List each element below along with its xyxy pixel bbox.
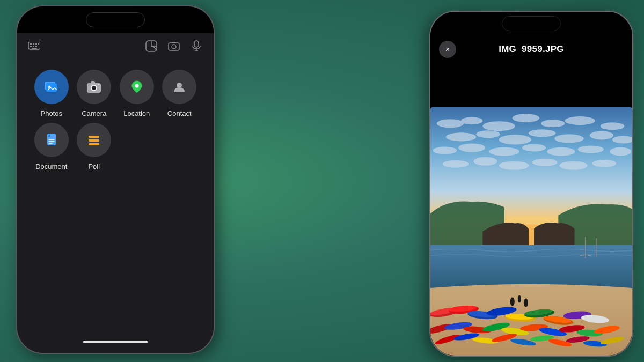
document-label: Document [35,162,67,171]
left-phone: Photos Camera [16,5,215,354]
svg-point-46 [590,131,613,139]
notch-area-right [430,12,632,35]
attach-photos[interactable]: Photos [30,70,73,117]
photos-label: Photos [41,109,62,117]
close-icon: × [445,45,450,54]
svg-point-34 [437,119,464,128]
svg-point-48 [433,146,457,154]
svg-point-44 [529,129,555,137]
image-header-bar: × IMG_9959.JPG [430,35,632,63]
svg-rect-10 [169,43,179,50]
svg-point-37 [513,114,539,122]
power-button-right [632,87,633,127]
svg-point-54 [610,147,631,156]
keyboard-icon[interactable] [26,38,43,55]
svg-rect-17 [46,83,57,92]
svg-rect-7 [35,46,37,47]
sticker-icon[interactable] [143,38,160,55]
attach-location[interactable]: Location [115,70,158,117]
svg-point-50 [489,147,519,156]
svg-rect-5 [30,46,32,47]
svg-rect-4 [38,43,39,45]
svg-point-40 [601,122,624,130]
svg-rect-23 [98,84,99,85]
svg-point-53 [578,145,604,153]
attach-camera[interactable]: Camera [73,70,116,117]
mute-button-right [429,71,430,92]
home-indicator-left [83,341,148,343]
contact-label: Contact [167,109,192,117]
attach-poll[interactable]: Poll [73,123,116,171]
svg-rect-31 [89,139,99,142]
svg-point-42 [476,130,500,138]
location-label: Location [123,109,150,117]
svg-point-99 [510,297,515,306]
svg-rect-6 [33,46,34,47]
attachment-menu: Photos Camera [17,59,214,335]
attach-contact[interactable]: Contact [158,70,201,117]
beach-photo [430,107,632,356]
svg-rect-1 [30,43,32,45]
svg-rect-63 [430,245,632,291]
svg-point-11 [172,45,176,49]
svg-point-25 [177,83,182,88]
svg-rect-8 [32,48,37,49]
svg-rect-12 [172,42,176,43]
svg-point-59 [559,161,587,169]
svg-point-39 [565,116,595,125]
phones-container: Photos Camera [0,0,644,362]
volume-up-button [16,91,17,121]
close-button[interactable]: × [439,41,456,58]
power-button-left [214,82,215,119]
svg-point-101 [524,298,528,307]
image-title: IMG_9959.JPG [456,44,606,55]
svg-rect-22 [91,81,95,84]
dynamic-island-left [86,12,145,27]
svg-point-35 [461,117,482,124]
svg-point-100 [518,295,521,302]
svg-point-55 [443,160,469,167]
mute-button [16,65,17,86]
message-toolbar [17,33,214,59]
home-bar-left [17,335,214,353]
svg-point-24 [135,84,138,88]
svg-rect-2 [33,43,34,45]
svg-point-38 [541,120,565,127]
svg-point-21 [92,86,96,90]
image-view [430,63,632,356]
svg-rect-3 [35,43,37,45]
volume-down-button [16,126,17,156]
svg-point-60 [592,159,616,167]
svg-point-49 [458,143,485,152]
notch-area-left [17,6,214,33]
right-phone: × IMG_9959.JPG [429,11,633,357]
dynamic-island-right [502,16,561,31]
svg-point-51 [522,144,546,151]
svg-point-52 [547,147,575,156]
svg-point-58 [532,158,557,166]
svg-rect-13 [194,41,199,47]
svg-point-57 [499,161,529,169]
svg-point-36 [482,121,515,131]
camera-label: Camera [82,109,106,117]
camera-small-icon[interactable] [165,38,182,55]
attach-document[interactable]: Document [30,123,73,171]
svg-point-45 [554,134,583,143]
svg-point-43 [499,135,531,144]
svg-rect-32 [89,143,99,145]
svg-point-41 [446,132,476,141]
poll-label: Poll [88,162,100,171]
mic-icon[interactable] [188,38,205,55]
svg-point-56 [473,157,497,165]
svg-rect-30 [89,136,99,138]
